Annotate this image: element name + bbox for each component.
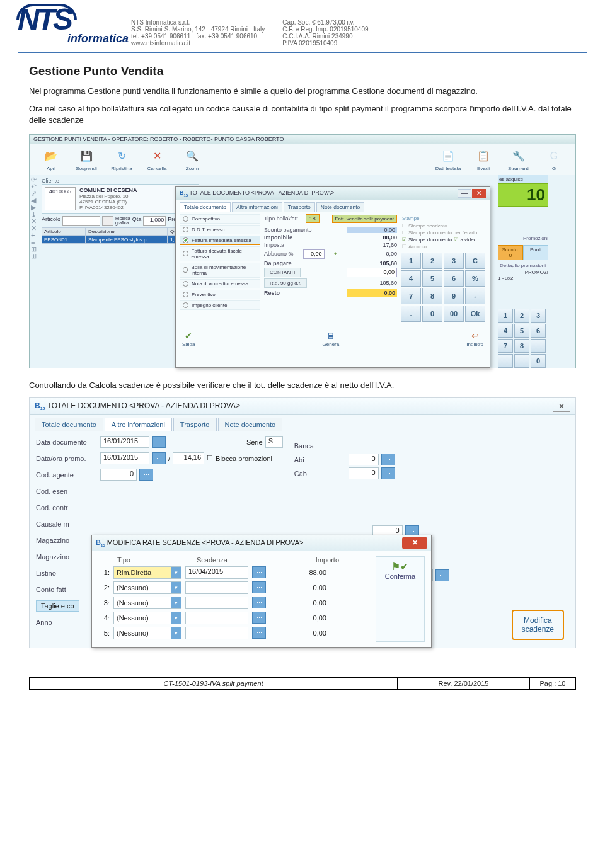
key-%[interactable]: % bbox=[465, 270, 485, 287]
data-documento-input[interactable]: 16/01/2015 bbox=[100, 436, 149, 448]
scadenza-input[interactable] bbox=[185, 581, 248, 594]
tab-2[interactable]: Trasporto bbox=[284, 202, 315, 212]
toolbar-g[interactable]: GG bbox=[538, 148, 570, 171]
articolo-input[interactable] bbox=[62, 216, 100, 226]
tab-1[interactable]: Altre informazioni bbox=[105, 418, 172, 431]
radio-option[interactable]: Impegno cliente bbox=[180, 300, 260, 310]
calendar-icon[interactable]: ⋯ bbox=[252, 627, 266, 639]
toolbar-dati testata[interactable]: 📄Dati testata bbox=[432, 148, 464, 171]
toolbar-zoom[interactable]: 🔍Zoom bbox=[176, 148, 209, 171]
minimize-icon[interactable]: — bbox=[458, 189, 471, 198]
toolbar-ripristina[interactable]: ↻Ripristina bbox=[105, 148, 138, 171]
section-cliente: Cliente bbox=[42, 178, 199, 184]
close-icon[interactable]: ✕ bbox=[553, 401, 570, 412]
company-legal: Cap. Soc. € 61.973,00 i.v. C.F. e Reg. I… bbox=[282, 19, 368, 47]
genera-button[interactable]: 🖥Genera bbox=[323, 331, 340, 347]
page-footer: CT-1501-0193-IVA split payment Rev. 22/0… bbox=[29, 677, 576, 690]
serie-input[interactable]: S bbox=[265, 436, 283, 448]
tipo-bolla-input[interactable]: 18 bbox=[306, 214, 320, 223]
tab-3[interactable]: Note documento bbox=[316, 202, 364, 212]
scadenza-input[interactable] bbox=[185, 597, 248, 609]
cab-input[interactable]: 0 bbox=[349, 467, 379, 479]
key-5[interactable]: 5 bbox=[422, 270, 442, 287]
key-Ok[interactable]: Ok bbox=[465, 306, 485, 322]
data-promo-input[interactable]: 16/01/2015 bbox=[100, 452, 149, 464]
calendar-icon[interactable]: ⋯ bbox=[252, 597, 266, 608]
tipo-select[interactable]: Rim.Diretta▾ bbox=[113, 566, 182, 579]
abbuono-pct-input[interactable] bbox=[303, 249, 325, 259]
lookup-icon[interactable]: ⋯ bbox=[381, 467, 395, 479]
key-8[interactable]: 8 bbox=[422, 288, 442, 304]
punti-pill[interactable]: Punti bbox=[523, 245, 548, 260]
conferma-button[interactable]: ⚑✔ Conferma bbox=[376, 556, 425, 642]
key-C[interactable]: C bbox=[465, 253, 485, 269]
calendar-icon[interactable]: ⋯ bbox=[252, 566, 266, 578]
key-9[interactable]: 9 bbox=[444, 288, 464, 304]
key-00[interactable]: 00 bbox=[444, 306, 464, 322]
toolbar-evadi[interactable]: 📋Evadi bbox=[467, 148, 500, 171]
paragraph-3: Controllando da Calcola scadenze è possi… bbox=[29, 380, 576, 391]
toolbar-cancella[interactable]: ✕Cancella bbox=[141, 148, 173, 171]
toolbar-strumenti[interactable]: 🔧Strumenti bbox=[502, 148, 535, 171]
radio-option[interactable]: Fattura ricevuta fiscale emessa bbox=[180, 246, 260, 261]
paragraph-1: Nel programma Gestione punti vendita il … bbox=[29, 86, 576, 97]
sconto-value[interactable]: 0,00 bbox=[347, 227, 397, 233]
ricerca-grafica-button[interactable] bbox=[102, 216, 113, 226]
tipo-select[interactable]: (Nessuno)▾ bbox=[113, 581, 182, 594]
key-3[interactable]: 3 bbox=[444, 253, 464, 269]
label-articolo: Articolo bbox=[42, 216, 60, 226]
tipo-select[interactable]: (Nessuno)▾ bbox=[113, 597, 182, 609]
key-0[interactable]: 0 bbox=[422, 306, 442, 322]
totale-documento-dialog: B15 TOTALE DOCUMENTO <PROVA - AZIENDA DI… bbox=[175, 186, 490, 368]
scadenza-input[interactable]: 16/04/2015 bbox=[185, 566, 248, 579]
indietro-button[interactable]: ↩Indietro bbox=[466, 331, 483, 347]
key-4[interactable]: 4 bbox=[401, 270, 421, 287]
key-2[interactable]: 2 bbox=[422, 253, 442, 269]
calendar-icon[interactable]: ⋯ bbox=[252, 612, 266, 624]
radio-option[interactable]: Nota di accredito emessa bbox=[180, 279, 260, 288]
radio-option[interactable]: Bolla di movimentazione interna bbox=[180, 263, 260, 278]
radio-option[interactable]: Fattura immediata emessa bbox=[180, 236, 260, 245]
toolbar-apri[interactable]: 📂Apri bbox=[35, 148, 67, 171]
modifica-rate-dialog: B15 MODIFICA RATE SCADENZE <PROVA - AZIE… bbox=[91, 535, 432, 648]
key-.[interactable]: . bbox=[401, 306, 421, 322]
scadenza-input[interactable] bbox=[185, 612, 248, 624]
key-1[interactable]: 1 bbox=[401, 253, 421, 269]
cod-agente-input[interactable]: 0 bbox=[100, 469, 137, 481]
calendar-icon[interactable]: ⋯ bbox=[252, 581, 266, 593]
calendar-icon[interactable]: ⋯ bbox=[152, 452, 166, 464]
toolbar-sospendi[interactable]: 💾Sospendi bbox=[70, 148, 103, 171]
tab-3[interactable]: Note documento bbox=[218, 418, 283, 431]
key--[interactable]: - bbox=[465, 288, 485, 304]
modifica-scadenze-button[interactable]: Modifica scadenze bbox=[512, 610, 564, 640]
tipo-select[interactable]: (Nessuno)▾ bbox=[113, 627, 182, 639]
client-code[interactable]: 4010065 bbox=[45, 187, 76, 210]
lookup-icon[interactable]: ⋯ bbox=[139, 469, 153, 481]
close-icon[interactable]: ✕ bbox=[472, 189, 486, 198]
tipo-select[interactable]: (Nessuno)▾ bbox=[113, 612, 182, 624]
sconto-pill[interactable]: Sconto: 0 bbox=[498, 245, 523, 260]
salda-button[interactable]: ✔Salda bbox=[182, 331, 195, 347]
scadenza-input[interactable] bbox=[185, 627, 248, 639]
radio-option[interactable]: D.D.T. emesso bbox=[180, 225, 260, 234]
abi-input[interactable]: 0 bbox=[349, 454, 379, 465]
rd-button[interactable]: R.d. 90 gg d.f. bbox=[264, 278, 307, 288]
tab-0[interactable]: Totale documento bbox=[180, 202, 231, 212]
qta-input[interactable]: 1,000 bbox=[143, 216, 166, 226]
contanti-input[interactable] bbox=[347, 268, 397, 277]
lookup-icon[interactable]: ⋯ bbox=[381, 454, 395, 465]
importo-value: 0,00 bbox=[270, 614, 326, 622]
key-7[interactable]: 7 bbox=[401, 288, 421, 304]
tab-0[interactable]: Totale documento bbox=[35, 418, 103, 431]
ora-promo-input[interactable]: 14,16 bbox=[173, 452, 204, 464]
tab-taglie[interactable]: Taglie e co bbox=[36, 600, 79, 612]
key-6[interactable]: 6 bbox=[444, 270, 464, 287]
tab-1[interactable]: Altre informazioni bbox=[232, 202, 282, 212]
contanti-button[interactable]: CONTANTI bbox=[264, 268, 301, 277]
radio-option[interactable]: Corrispettivo bbox=[180, 214, 260, 224]
close-icon[interactable]: ✕ bbox=[402, 537, 427, 549]
radio-option[interactable]: Preventivo bbox=[180, 290, 260, 299]
calendar-icon[interactable]: ⋯ bbox=[152, 436, 166, 448]
label-tipo-bolla: Tipo bolla\fatt. bbox=[264, 215, 299, 222]
tab-2[interactable]: Trasporto bbox=[173, 418, 217, 431]
